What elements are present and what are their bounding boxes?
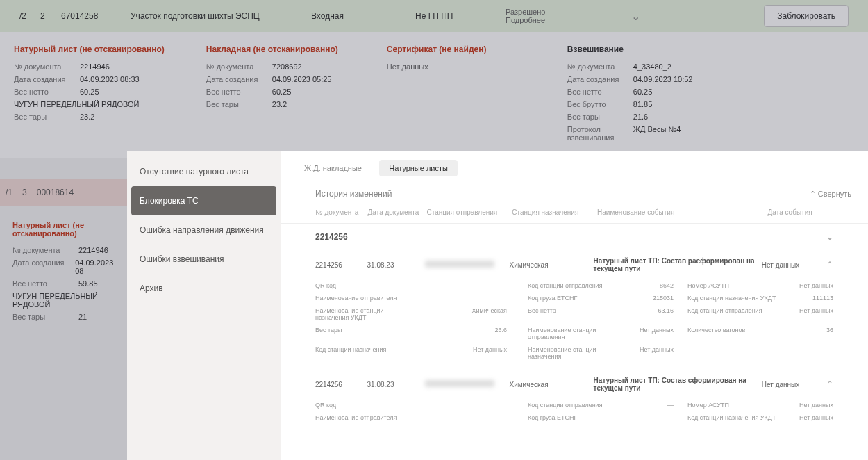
history-panel: Ж.Д. накладные Натурные листы История из… xyxy=(281,151,868,460)
table-row[interactable]: 2214256 31.08.23 Химическая Натурный лис… xyxy=(281,250,868,279)
details2-panel: Натурный лист (не отсканированно) № доку… xyxy=(0,221,127,325)
detail-row: Код станции назначенияНет данныхНаименов… xyxy=(281,343,868,363)
weighing-column: Взвешивание № документа4_33480_2 Дата со… xyxy=(567,44,706,146)
row-type: Не ГП ПП xyxy=(410,11,500,21)
entry-row[interactable]: /2 2 67014258 Участок подготовки шихты Э… xyxy=(0,0,868,32)
row-id: 67014258 xyxy=(56,11,125,21)
tab-nat-lists[interactable]: Натурные листы xyxy=(379,160,458,176)
filter-sidebar: Отсутствие натурного листа Блокировка ТС… xyxy=(127,151,281,460)
row-seq: 2 xyxy=(35,11,56,21)
chevron-up-icon: ⌃ xyxy=(810,190,816,198)
row-idx: /2 xyxy=(14,11,35,21)
cert-column: Сертификат (не найден) Нет данных xyxy=(387,44,526,146)
invoice-title: Накладная (не отсканированно) xyxy=(206,44,345,54)
cert-title: Сертификат (не найден) xyxy=(387,44,526,54)
history-title: История изменений xyxy=(315,189,392,199)
sidebar-item-block-ts[interactable]: Блокировка ТС xyxy=(131,186,276,215)
detail-row: Наименование станции назначения УКДТХими… xyxy=(281,304,868,324)
row-status: Разрешено Подробнее xyxy=(500,8,604,24)
sidebar-item-missing-natlist[interactable]: Отсутствие натурного листа xyxy=(127,157,281,186)
detail-row: Наименование отправителяКод груза ЕТСНГ—… xyxy=(281,411,868,424)
weighing-title: Взвешивание xyxy=(567,44,706,54)
chevron-up-icon: ⌃ xyxy=(826,260,833,270)
detail-row: QR кодКод станции отправления8642Номер А… xyxy=(281,279,868,292)
table-header: № документа Дата документа Станция отпра… xyxy=(281,202,868,223)
block-button[interactable]: Заблокировать xyxy=(764,5,849,27)
sidebar-item-direction-error[interactable]: Ошибка направления движения xyxy=(127,215,281,245)
table-row[interactable]: 2214256 31.08.23 Химическая Натурный лис… xyxy=(281,370,868,399)
entry-row-pink[interactable]: /1 3 00018614 xyxy=(0,179,127,206)
details-panel: Натурный лист (не отсканированно) № доку… xyxy=(0,32,868,158)
natlist-column: Натурный лист (не отсканированно) № доку… xyxy=(14,44,165,146)
row-direction: Входная xyxy=(306,11,410,21)
natlist-title: Натурный лист (не отсканированно) xyxy=(14,44,165,54)
group-header[interactable]: 2214256 ⌄ xyxy=(281,223,868,250)
invoice-column: Накладная (не отсканированно) № документ… xyxy=(206,44,345,146)
chevron-down-icon: ⌄ xyxy=(826,232,833,242)
sidebar-item-weighing-errors[interactable]: Ошибки взвешивания xyxy=(127,245,281,274)
collapse-button[interactable]: ⌃ Свернуть xyxy=(810,190,851,199)
sidebar-item-archive[interactable]: Архив xyxy=(127,274,281,303)
redacted-text xyxy=(425,380,494,387)
tabs-bar: Ж.Д. накладные Натурные листы xyxy=(281,151,868,176)
row-section: Участок подготовки шихты ЭСПЦ xyxy=(125,11,306,21)
detail-row: Вес тары26.6Наименование станции отправл… xyxy=(281,324,868,343)
chevron-up-icon: ⌃ xyxy=(826,379,833,389)
detail-row: Наименование отправителяКод груза ЕТСНГ2… xyxy=(281,292,868,304)
chevron-down-icon[interactable]: ⌄ xyxy=(604,10,667,23)
detail-row: QR кодКод станции отправления—Номер АСУТ… xyxy=(281,399,868,411)
redacted-text xyxy=(425,261,494,268)
tab-rail-invoices[interactable]: Ж.Д. накладные xyxy=(294,160,372,176)
